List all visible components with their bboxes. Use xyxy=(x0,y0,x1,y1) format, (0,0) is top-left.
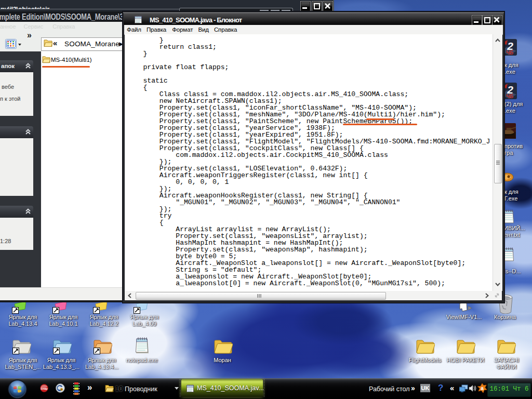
svg-text:Snap: Snap xyxy=(41,387,48,390)
svg-text:ЧБ: ЧБ xyxy=(506,50,513,56)
svg-text:a: a xyxy=(481,385,484,391)
svg-text:ЧБ: ЧБ xyxy=(506,94,513,99)
